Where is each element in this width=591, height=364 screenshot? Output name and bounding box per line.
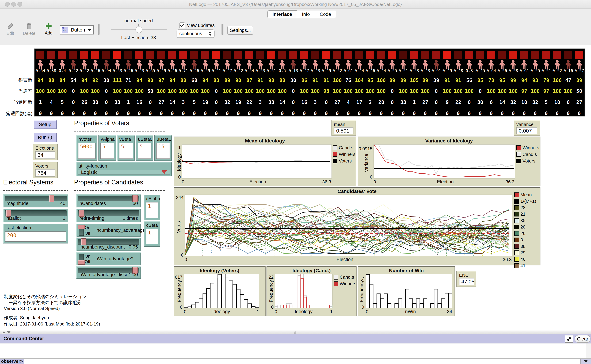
nvoter-input[interactable]: nVoter 5000 xyxy=(76,135,98,161)
switch-handle[interactable] xyxy=(78,260,85,265)
tab-interface[interactable]: Interface xyxy=(268,10,297,18)
last-election-input[interactable]: Last-election 200 xyxy=(3,224,68,243)
nwin-advantage-discount-slider[interactable]: nWin_advantage_disco...1.00 xyxy=(76,266,141,279)
add-widget-button[interactable]: Add xyxy=(43,22,54,36)
clear-button[interactable]: Clear xyxy=(575,335,591,343)
legend-item: Winners xyxy=(516,145,539,150)
legend-label: 46 xyxy=(520,257,525,262)
candidate-ideology: 0.41 xyxy=(211,68,222,73)
number-of-win-plot: Number of WIn 7 0 Frequency 0 34 nWin xyxy=(358,266,455,316)
widget-type-dropdown[interactable]: abc Button xyxy=(60,26,94,34)
candidate-lossstreak: 0 xyxy=(68,110,79,116)
candidate-wincount: 27 xyxy=(574,99,585,105)
candidate-winrate: 100 xyxy=(167,88,178,94)
update-mode-dropdown[interactable]: continuous xyxy=(177,29,215,38)
command-center-output[interactable] xyxy=(0,344,591,358)
splitter-grip[interactable] xyxy=(294,332,296,334)
voters-monitor: Voters 754 xyxy=(33,162,58,178)
patch-square xyxy=(333,51,341,59)
candidate-person-icon xyxy=(432,60,440,70)
ubeta1-input[interactable]: uBeta1 15 xyxy=(154,135,172,161)
speed-slider-label: normal speed xyxy=(110,18,167,24)
candidate-person-icon xyxy=(113,60,121,70)
variance-monitor: variance 0.007 xyxy=(514,120,540,136)
settings-button[interactable]: Settings... xyxy=(227,26,253,35)
candidate-ideology: 0.58 xyxy=(508,68,519,73)
edit-button[interactable]: Edit xyxy=(5,22,16,36)
patch-square xyxy=(520,51,528,59)
candidate-votes: 93 xyxy=(530,78,541,83)
valpha-input[interactable]: vAlpha 5 xyxy=(98,135,116,161)
nwin-advantage-switch[interactable]: OnOff nWin_advantage? xyxy=(76,252,141,266)
candidate-column: 0.649410010 xyxy=(35,49,46,116)
legend-label: 29 xyxy=(520,250,525,255)
tab-info[interactable]: Info xyxy=(297,10,315,18)
candidate-winrate: 100 xyxy=(332,88,343,94)
view-updates-checkbox[interactable]: view updates xyxy=(179,22,215,28)
candidate-column: 0.48410050 xyxy=(57,49,68,116)
legend-swatch xyxy=(333,145,337,150)
calpha-input[interactable]: cAlpha 1 xyxy=(144,195,160,220)
legend-label: Winners xyxy=(339,152,355,157)
detach-command-center-button[interactable] xyxy=(565,335,573,343)
utility-function-chooser[interactable]: utility-function Logistic xyxy=(76,162,172,176)
scrollbar[interactable] xyxy=(586,344,591,358)
legend-item: Voters xyxy=(516,158,539,164)
update-mode-value: continuous xyxy=(179,31,202,36)
candidate-column: 0.4891100220 xyxy=(453,49,464,116)
candidate-wincount: 9 xyxy=(442,99,453,105)
patch-square xyxy=(575,51,583,59)
cbeta-input[interactable]: cBeta 1 xyxy=(144,221,160,247)
candidate-ideology: 0.45 xyxy=(475,68,486,73)
candidate-person-icon xyxy=(377,60,385,70)
ubeta0-input[interactable]: uBeta0 5 xyxy=(136,135,153,161)
setup-button[interactable]: Setup xyxy=(34,120,57,129)
candidate-ideology: 0.53 xyxy=(255,68,266,73)
nballot-slider[interactable]: nBallot1 xyxy=(3,209,68,222)
run-button[interactable]: Run xyxy=(34,133,57,142)
candidate-person-icon xyxy=(146,60,154,70)
candidate-votes: 94 xyxy=(200,78,211,83)
dashed-divider xyxy=(74,190,165,191)
vbeta-input[interactable]: vBeta 5 xyxy=(117,135,135,161)
delete-button[interactable]: Delete xyxy=(23,22,36,36)
candidate-wincount: 5 xyxy=(189,99,200,105)
legend-label: Winners xyxy=(523,145,539,150)
candidate-votes: 86 xyxy=(299,78,310,83)
candidate-winrate: 100 xyxy=(90,88,101,94)
candidate-votes: 106 xyxy=(552,78,563,83)
command-center-splitter[interactable] xyxy=(0,331,591,334)
patch-square xyxy=(245,51,253,59)
candidate-winrate: 0 xyxy=(288,88,299,94)
interface-canvas: 0.6494100100.3888100400.484100500.225400… xyxy=(0,45,591,331)
candidate-person-icon xyxy=(80,60,88,70)
collapse-down-icon[interactable] xyxy=(7,332,10,333)
candidate-lossstreak: 0 xyxy=(233,110,244,116)
candidate-lossstreak: 0 xyxy=(79,110,90,116)
legend-item: 35 xyxy=(514,218,536,223)
command-input[interactable] xyxy=(24,359,580,364)
speed-slider-knob[interactable] xyxy=(136,26,142,33)
magnitude-slider[interactable]: magnitude40 xyxy=(3,194,68,208)
tab-code[interactable]: Code xyxy=(315,10,336,18)
history-dropdown-button[interactable] xyxy=(580,359,591,364)
patch-square xyxy=(135,51,143,59)
candidate-winrate: 100 xyxy=(343,88,354,94)
candidate-column: 0.51799750 xyxy=(541,49,552,116)
candidate-ideology: 0.65 xyxy=(145,68,156,73)
incumbency-advantage-switch[interactable]: OnOff incumbency_advantage? xyxy=(76,224,141,237)
retire-timing-slider[interactable]: retire-timing1 times xyxy=(76,209,141,222)
legend-swatch xyxy=(514,238,519,242)
candidate-lossstreak: 0 xyxy=(299,110,310,116)
last-election-value[interactable]: 200 xyxy=(5,231,66,241)
candidate-column: 0.267110010 xyxy=(123,49,134,116)
incumbency-discount-slider[interactable]: incumbency_discount0.05 xyxy=(76,238,141,251)
expand-up-icon[interactable] xyxy=(2,331,6,333)
ncandidates-slider[interactable]: nCandidates50 xyxy=(76,194,141,208)
candidate-person-icon xyxy=(410,60,418,70)
switch-handle[interactable] xyxy=(78,225,85,229)
candidate-person-icon xyxy=(47,60,55,70)
slider-handle[interactable] xyxy=(49,195,54,202)
patch-square xyxy=(344,51,352,59)
candidate-lossstreak: 0 xyxy=(156,110,167,116)
